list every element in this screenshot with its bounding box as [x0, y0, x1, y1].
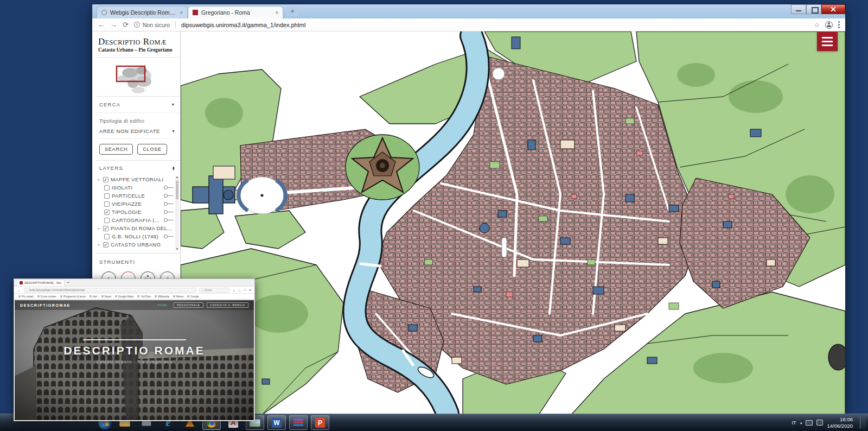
mini-tab[interactable]: DESCRIPTIOROMAE - Sito [16, 280, 65, 286]
network-icon[interactable] [806, 420, 813, 426]
layer-checkbox[interactable] [104, 193, 110, 199]
layer-row-mappe-vettoriali[interactable]: − ✓ MAPPE VETTORIALI [97, 175, 174, 183]
scrollbar-thumb[interactable] [176, 181, 178, 199]
layer-checkbox[interactable]: ✓ [103, 226, 108, 231]
bookmark-item[interactable]: Apri [90, 295, 98, 298]
layer-checkbox[interactable] [104, 218, 110, 223]
layers-scrollbar[interactable]: ▲ ▼ [175, 176, 179, 250]
sort-updown-icon[interactable]: ▲▼ [172, 166, 176, 170]
bookmark-item[interactable]: YouTube [137, 295, 151, 298]
reload-icon[interactable]: ⟳ [123, 21, 129, 28]
tab-gregoriano-roma[interactable]: Gregoriano - Roma × [188, 6, 283, 18]
bookmark-item[interactable]: Programmi di avvio [60, 295, 86, 298]
bookmark-star-icon[interactable]: ☆ [814, 21, 820, 29]
map-canvas[interactable] [181, 31, 845, 415]
layer-row-particelle[interactable]: PARTICELLE [97, 192, 174, 200]
layer-checkbox[interactable]: ✓ [104, 210, 110, 215]
layer-checkbox[interactable] [104, 234, 110, 239]
layer-checkbox[interactable] [104, 185, 110, 191]
bookmark-item[interactable]: Naval [101, 295, 111, 298]
mini-address-bar[interactable]: ◦ www.dipsuwebgis.uniroma3.it/descriptio… [24, 288, 196, 293]
opacity-slider[interactable] [164, 234, 174, 238]
opacity-slider[interactable] [164, 210, 174, 214]
mini-nav-bar: ← ◦ www.dipsuwebgis.uniroma3.it/descript… [14, 287, 254, 294]
layers-header[interactable]: LAYERS ▲▼ [96, 161, 180, 174]
layer-row-gb-nolli[interactable]: G.B. NOLLI (1748) [97, 232, 174, 240]
bookmark-item[interactable]: Google [187, 295, 199, 298]
layer-label: MAPPE VETTORIALI [111, 176, 174, 182]
address-url[interactable]: dipsuwebgis.uniroma3.it/gamma_1/index.ph… [181, 22, 305, 28]
back-icon[interactable]: ← [98, 21, 105, 28]
collapse-icon[interactable]: − [97, 177, 101, 182]
close-button[interactable] [821, 4, 845, 14]
overview-sketch [106, 62, 171, 94]
layer-row-isolati[interactable]: ISOLATI [97, 183, 174, 192]
layer-row-vie-piazze[interactable]: VIE/PIAZZE [97, 200, 174, 208]
show-desktop-button[interactable] [860, 416, 866, 429]
scroll-down-icon[interactable]: ▼ [175, 248, 179, 251]
home-icon[interactable]: ⌂ [238, 288, 240, 292]
opacity-slider[interactable] [164, 218, 174, 222]
close-panel-button[interactable]: CLOSE [137, 144, 167, 155]
download-icon[interactable]: ⭳ [232, 288, 236, 292]
layer-label: PIANTA DI ROMA DEL NOLLI [111, 225, 174, 231]
site-security-chip[interactable]: Non sicuro [134, 22, 170, 28]
layer-row-tipologie[interactable]: ✓ TIPOLOGIE [97, 208, 174, 216]
aree-select[interactable]: AREE NON EDIFICATE ▾ [96, 126, 180, 139]
menu-icon[interactable]: ≡ [249, 288, 251, 292]
tab-close-icon[interactable]: × [275, 10, 278, 16]
maximize-button[interactable] [806, 4, 821, 14]
taskbar-word-button[interactable]: W [267, 415, 286, 430]
taskbar-clock[interactable]: 16:06 14/06/2020 [827, 416, 856, 429]
cerca-accordion-header[interactable]: CERCA ▾ [96, 97, 180, 113]
window-controls [791, 4, 845, 14]
hero-block: DESCRIPTIO ROMAE Catasto Urbano - Pio Gr… [15, 339, 254, 364]
layer-checkbox[interactable]: ✓ [103, 177, 108, 182]
mini-new-tab-button[interactable]: + [67, 280, 69, 285]
layer-checkbox[interactable] [104, 201, 110, 207]
action-center-icon[interactable] [816, 420, 823, 426]
star-icon[interactable]: ☆ [243, 288, 246, 292]
hamburger-menu-button[interactable] [817, 31, 838, 51]
collapse-icon[interactable]: − [97, 242, 101, 248]
security-label: Non sicuro [143, 22, 170, 28]
opacity-slider[interactable] [164, 186, 174, 189]
collapse-icon[interactable]: − [97, 226, 101, 231]
menu-dots-icon[interactable] [838, 21, 840, 28]
scroll-up-icon[interactable]: ▲ [175, 175, 179, 179]
layer-row-cartografia[interactable]: CARTOGRAFIA (2004) [97, 216, 174, 224]
nav-home[interactable]: HOME [155, 302, 171, 308]
browser-toolbar: ← → ⟳ Non sicuro dipsuwebgis.uniroma3.it… [92, 18, 845, 31]
nav-consulta-webgis[interactable]: CONSULTA IL WEBGIS [207, 302, 248, 308]
strumenti-header[interactable]: STRUMENTI [96, 253, 180, 269]
bookmark-item[interactable]: Come iniziare [37, 295, 56, 298]
new-tab-button[interactable]: + [286, 8, 298, 16]
mini-back-icon[interactable]: ← [17, 288, 21, 292]
site-logo[interactable]: DESCRIPTIOROMAE [20, 303, 71, 307]
aree-select-value: AREE NON EDIFICATE [99, 128, 160, 134]
chevron-down-icon: ▾ [172, 129, 175, 134]
overview-map[interactable] [96, 58, 180, 97]
search-button[interactable]: SEARCH [99, 144, 133, 155]
profile-avatar-icon[interactable] [825, 21, 833, 29]
taskbar-powerpoint-button[interactable]: P [311, 415, 329, 430]
nav-redazionale[interactable]: REDAZIONALE [174, 302, 203, 308]
tab-webgis-home[interactable]: Webgis Descriptio Romae – Stor × [97, 6, 188, 18]
layer-checkbox[interactable]: ✓ [103, 242, 108, 248]
bookmark-item[interactable]: Più visitati [18, 295, 34, 298]
opacity-slider[interactable] [164, 202, 174, 206]
bookmark-item[interactable]: Meteo [173, 295, 183, 298]
mini-search-box[interactable]: ⌕ Cerca [199, 288, 229, 293]
minimize-button[interactable] [791, 4, 806, 14]
layer-row-pianta-nolli[interactable]: − ✓ PIANTA DI ROMA DEL NOLLI [97, 224, 174, 232]
tab-close-icon[interactable]: × [180, 10, 183, 16]
taskbar-winrar-button[interactable] [289, 415, 308, 430]
forward-icon[interactable]: → [110, 21, 117, 28]
tray-expand-icon[interactable]: ▴ [800, 421, 802, 425]
bookmark-item[interactable]: Google Maps [115, 295, 134, 298]
language-indicator[interactable]: IT [792, 420, 796, 426]
layer-row-catasto-urbano[interactable]: − ✓ CATASTO URBANO [97, 240, 174, 249]
search-button-row: SEARCH CLOSE [96, 139, 180, 161]
opacity-slider[interactable] [164, 194, 174, 198]
bookmark-item[interactable]: Wikipedia [155, 295, 169, 298]
